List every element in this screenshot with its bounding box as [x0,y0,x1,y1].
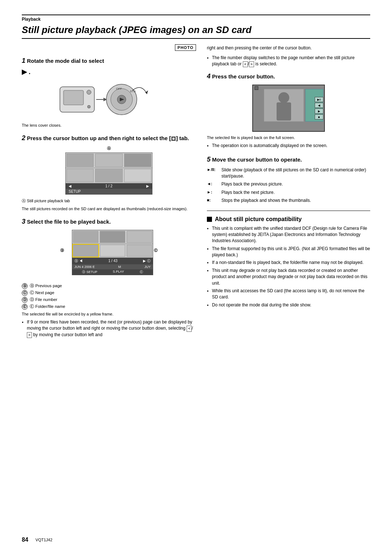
compat-bullet2: The file format supported by this unit i… [207,246,370,258]
step2-heading: 2 Press the cursor button up and then ri… [22,134,196,142]
section-label: Playback [22,17,370,22]
svg-rect-1 [64,90,83,105]
step4-heading-text: Press the cursor button. [212,73,275,80]
svg-point-14 [172,138,175,140]
label-b-row: Ⓑ Ⓑ Previous page [22,283,196,289]
ctrl-prev: ◀ [315,103,323,108]
step1-symbol: ▶ . [22,68,196,76]
step2-heading-text: Press the cursor button up and then righ… [27,135,189,141]
grid-setup-step2: SETUP [66,189,152,194]
label-b: Ⓑ [60,248,64,253]
caption-c-text: Ⓒ Next page [30,290,54,296]
step2-num: 2 [22,134,25,142]
photo-placeholder [264,89,304,122]
step3-bullet1: If 9 or more files have been recorded, t… [22,319,196,338]
black-square-icon [207,217,212,222]
compat-bullet6: Do not operate the mode dial during the … [207,302,370,308]
figure-body [277,102,291,121]
step3-heading-text: Select the file to be played back. [27,219,111,225]
label-a: Ⓐ [107,146,111,151]
circle-b: Ⓑ [22,283,28,289]
label-c: Ⓒ [154,248,158,253]
main-title: Still picture playback (JPEG images) on … [22,24,370,39]
playback-controls: ▶II ◀ ▶ ■ [315,97,323,119]
footer-code: VQT1J42 [36,538,52,542]
divider [207,211,370,211]
step5-num: 5 [207,156,211,163]
right-column: right and then pressing the center of th… [207,45,370,345]
page-footer: 84 VQT1J42 [22,537,370,543]
circle-e: Ⓔ [22,304,28,310]
step3-num: 3 [22,218,25,225]
step4-bullet1: The operation icon is automatically disp… [207,143,370,149]
caption-e-text: Ⓔ Folder/file name [30,304,65,309]
left-column: PHOTO 1 Rotate the mode dial to select ▶… [22,45,196,345]
step4-caption: The selected file is played back on the … [207,135,370,140]
step4-bullets: The operation icon is automatically disp… [207,143,370,149]
page-container: Playback Still picture playback (JPEG im… [0,0,392,554]
step3-bullets: If 9 or more files have been recorded, t… [22,319,196,338]
op-prev-icon: ◄: [207,181,212,187]
ctrl-play: ▶II [315,97,323,102]
step2-grid-container: Ⓐ ◀ [65,146,152,195]
top-rule [22,15,370,15]
caption-d-text: Ⓓ File number [30,297,57,302]
compat-bullet4: This unit may degrade or not play back d… [207,268,370,286]
label-e-row: Ⓔ Ⓔ Folder/file name [22,304,196,310]
step1-caption: The lens cover closes. [22,123,196,127]
step3-thumbnail-grid: Ⓑ ◀ 1 / 43 ▶ Ⓒ JUN 4 2006 E M JUY Ⓓ SETU… [72,230,153,275]
figure-head [278,92,289,103]
step3-grid-container: Ⓑ Ⓒ Ⓑ ◀ [65,230,152,275]
screen-counter: □ [254,86,258,90]
op-stop-text: Stops the playback and shows the thumbna… [221,198,311,203]
camera-dial-svg: OFF STD [58,80,160,119]
photo-badge: PHOTO [175,44,196,51]
step3-main-caption: The selected file will be encircled by a… [22,312,196,316]
op-next: ►: Plays back the next picture. [207,190,370,196]
circle-d: Ⓓ [22,297,28,303]
grid-bar-step2: ◀ 1 / 2 ▶ [66,183,152,189]
step4-screen-container: ▶II ◀ ▶ ■ □ [207,85,370,132]
step4-heading: 4 Press the cursor button. [207,72,370,81]
compat-bullet3: If a non-standard file is played back, t… [207,260,370,266]
two-col-layout: PHOTO 1 Rotate the mode dial to select ▶… [22,45,370,345]
step5-heading-text: Move the cursor button to operate. [212,156,302,163]
label-c-row: Ⓒ Ⓒ Next page [22,290,196,296]
compat-heading: About still picture compatibility [207,216,370,223]
step2-caption-a2: The still pictures recorded on the SD ca… [22,207,196,211]
step5-heading: 5 Move the cursor button to operate. [207,155,370,164]
step1: 1 Rotate the mode dial to select ▶ . [22,57,196,127]
circle-c: Ⓒ [22,290,28,296]
compat-bullet5: While this unit accesses the SD card (th… [207,288,370,301]
svg-text:OFF: OFF [116,87,122,90]
step1-heading: 1 Rotate the mode dial to select [22,57,196,65]
caption-b-text: Ⓑ Previous page [30,283,62,289]
step4-num: 4 [207,73,211,80]
compat-bullets: This unit is compliant with the unified … [207,225,370,309]
compat-heading-text: About still picture compatibility [215,216,302,223]
step2: 2 Press the cursor button up and then ri… [22,134,196,211]
svg-point-3 [87,105,90,108]
op-next-icon: ►: [207,190,212,195]
step3-right-bullet: The file number display switches to the … [207,55,370,68]
ctrl-stop: ■ [315,114,323,119]
grid-setup-bar: Ⓓ SETUP S.PLAY Ⓔ [72,269,153,275]
step3: 3 Select the file to be played back. Ⓑ Ⓒ [22,217,196,338]
op-prev: ◄: Plays back the previous picture. [207,181,370,187]
step3-heading: 3 Select the file to be played back. [22,217,196,226]
step4: 4 Press the cursor button. [207,72,370,149]
grid-bar-step3: Ⓑ ◀ 1 / 43 ▶ Ⓒ [72,258,153,264]
step1-device-image: OFF STD [22,80,196,119]
playback-screen: ▶II ◀ ▶ ■ □ [252,85,325,132]
svg-marker-12 [145,90,148,94]
op-slide-icon: ►/II: [207,167,216,173]
label-d-row: Ⓓ Ⓓ File number [22,297,196,303]
grid-date-bar: JUN 4 2006 E M JUY [72,264,153,269]
step1-num: 1 [22,57,25,64]
op-stop-icon: ■: [207,197,211,203]
op-slide: ►/II: Slide show (playback of the still … [207,167,370,180]
op-slide-text: Slide show (playback of the still pictur… [221,167,366,179]
op-next-text: Plays back the next picture. [221,190,275,195]
step1-heading-text: Rotate the mode dial to select [27,58,104,64]
step3-right-bullet1: The file number display switches to the … [207,55,370,68]
